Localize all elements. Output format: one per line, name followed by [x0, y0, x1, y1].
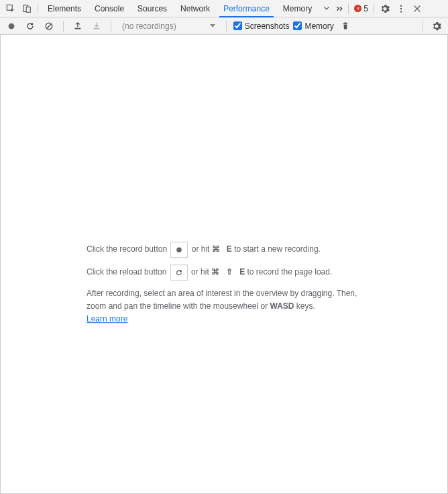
error-count-badge[interactable]: 5 — [351, 4, 371, 13]
garbage-collect-icon[interactable] — [338, 18, 353, 34]
separator — [348, 3, 349, 14]
clear-button[interactable] — [42, 18, 56, 34]
error-count: 5 — [363, 4, 368, 13]
tab-label: Console — [95, 4, 124, 13]
wasd-text: WASD — [270, 301, 294, 311]
separator — [422, 21, 423, 32]
inline-reload-button[interactable] — [170, 264, 188, 281]
text: or hit — [191, 267, 211, 277]
load-profile-icon[interactable] — [70, 18, 85, 34]
hint-reload-line: Click the reload button or hit ⌘ ⇧ E to … — [87, 264, 361, 281]
performance-toolbar: (no recordings) Screenshots Memory — [0, 17, 448, 35]
shortcut-key: E — [227, 244, 232, 254]
svg-rect-2 — [26, 7, 30, 12]
kebab-menu-icon[interactable] — [393, 1, 409, 17]
tab-label: Sources — [137, 4, 167, 13]
text: or hit — [192, 244, 212, 254]
dropdown-caret-icon — [210, 24, 215, 28]
performance-panel-main: Click the record button or hit ⌘ E to st… — [0, 35, 448, 494]
screenshots-checkbox[interactable]: Screenshots — [233, 21, 290, 31]
error-icon — [354, 5, 361, 12]
inspect-element-icon[interactable] — [3, 1, 19, 17]
separator — [111, 21, 111, 32]
text: After recording, select an area of inter… — [87, 289, 357, 311]
memory-input[interactable] — [293, 21, 302, 30]
learn-more-link[interactable]: Learn more — [87, 314, 127, 324]
memory-checkbox[interactable]: Memory — [293, 21, 333, 31]
settings-icon[interactable] — [377, 1, 393, 17]
overflow-chevrons-icon[interactable] — [335, 1, 345, 17]
hint-record-line: Click the record button or hit ⌘ E to st… — [87, 242, 361, 258]
close-devtools-icon[interactable] — [409, 1, 425, 17]
memory-label: Memory — [304, 21, 333, 31]
reload-button[interactable] — [23, 18, 38, 34]
inline-record-button[interactable] — [170, 242, 188, 258]
tabs-container: Elements Console Sources Network Perform… — [41, 0, 319, 17]
tab-sources[interactable]: Sources — [131, 0, 174, 17]
text: keys. — [296, 301, 315, 311]
shortcut-mod: ⌘ — [212, 244, 220, 254]
devtools-tab-bar: Elements Console Sources Network Perform… — [0, 0, 448, 17]
separator — [226, 21, 227, 32]
tab-label: Network — [180, 4, 210, 13]
tab-console[interactable]: Console — [88, 0, 131, 17]
svg-rect-8 — [75, 28, 81, 29]
recordings-placeholder: (no recordings) — [122, 21, 176, 31]
text: Click the record button — [87, 244, 169, 254]
screenshots-input[interactable] — [233, 21, 242, 30]
screenshots-label: Screenshots — [245, 21, 290, 31]
capture-settings-icon[interactable] — [429, 18, 444, 34]
tab-label: Memory — [283, 4, 312, 13]
text: to record the page load. — [247, 267, 333, 277]
save-profile-icon — [89, 18, 104, 34]
shortcut-shift: ⇧ — [226, 267, 233, 277]
empty-state: Click the record button or hit ⌘ E to st… — [87, 242, 361, 333]
tab-label: Elements — [48, 4, 81, 13]
tab-memory[interactable]: Memory — [276, 0, 319, 17]
tab-label: Performance — [223, 4, 270, 13]
hint-instructions: After recording, select an area of inter… — [87, 287, 361, 326]
svg-rect-9 — [94, 28, 100, 29]
more-tabs-icon[interactable] — [319, 1, 335, 17]
svg-point-4 — [400, 7, 402, 9]
recordings-dropdown[interactable]: (no recordings) — [118, 21, 219, 31]
record-button[interactable] — [4, 18, 19, 34]
tab-network[interactable]: Network — [174, 0, 217, 17]
separator — [38, 3, 38, 14]
separator — [63, 21, 64, 32]
text: to start a new recording. — [234, 244, 321, 254]
shortcut-key: E — [239, 267, 245, 277]
shortcut-mod: ⌘ — [211, 267, 219, 277]
svg-point-6 — [9, 23, 15, 29]
tab-elements[interactable]: Elements — [41, 0, 88, 17]
separator — [374, 3, 374, 14]
svg-point-10 — [177, 247, 182, 252]
tab-performance[interactable]: Performance — [217, 0, 276, 17]
svg-point-5 — [400, 11, 402, 12]
device-toggle-icon[interactable] — [19, 1, 35, 17]
text: Click the reload button — [87, 267, 169, 277]
svg-point-3 — [400, 5, 402, 6]
